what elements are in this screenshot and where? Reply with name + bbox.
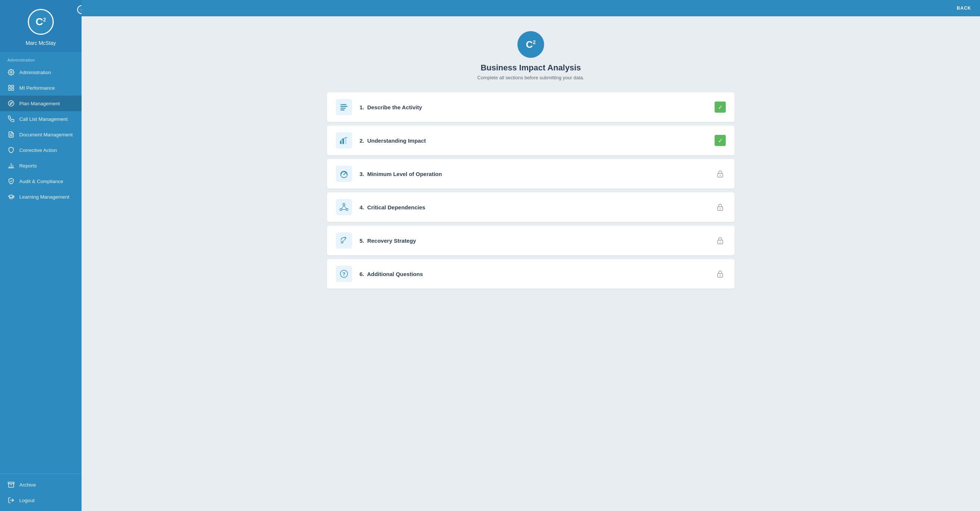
sidebar-item-audit-compliance[interactable]: Audit & Compliance [0, 173, 81, 189]
sidebar-item-plan-management-label: Plan Management [19, 101, 60, 106]
section-2-status: ✓ [714, 135, 726, 146]
sidebar-item-logout-label: Logout [19, 498, 35, 503]
sections-container: 1. Describe the Activity ✓ 2. [327, 92, 735, 289]
svg-point-5 [8, 101, 14, 106]
section-4-status [714, 202, 726, 213]
section-4-label: 4. Critical Dependencies [360, 204, 707, 211]
lock-icon [717, 203, 724, 211]
section-5-label: 5. Recovery Strategy [360, 238, 707, 244]
svg-point-0 [10, 71, 12, 73]
section-2-label: 2. Understanding Impact [360, 138, 707, 144]
svg-rect-22 [342, 139, 344, 144]
logout-icon [7, 497, 15, 504]
section-2-title: Understanding Impact [368, 138, 426, 144]
sidebar-item-mi-performance-label: MI Performance [19, 85, 55, 91]
recovery-icon [339, 236, 349, 245]
svg-line-41 [343, 240, 345, 241]
section-1-title: Describe the Activity [368, 104, 422, 110]
section-card-describe-activity[interactable]: 1. Describe the Activity ✓ [327, 92, 735, 122]
section-5-number: 5. [360, 238, 364, 244]
sidebar-bottom: Archive Logout [0, 474, 81, 511]
sidebar-item-mi-performance[interactable]: MI Performance [0, 80, 81, 95]
sidebar-item-reports-label: Reports [19, 163, 37, 168]
svg-point-34 [346, 209, 348, 211]
sidebar-item-archive-label: Archive [19, 482, 36, 488]
svg-rect-4 [8, 89, 10, 90]
sidebar-item-document-management-label: Document Management [19, 132, 73, 138]
user-name: Marc McStay [25, 40, 56, 46]
section-1-status: ✓ [714, 102, 726, 113]
svg-text:?: ? [342, 271, 345, 277]
text-icon [339, 102, 349, 112]
bar-chart-icon [7, 162, 15, 169]
sidebar-logo: C2 [28, 9, 54, 35]
section-3-label: 3. Minimum Level of Operation [360, 171, 707, 177]
sidebar-item-learning-management[interactable]: Learning Management [0, 189, 81, 205]
section-card-critical-dependencies[interactable]: 4. Critical Dependencies [327, 192, 735, 222]
section-3-title: Minimum Level of Operation [368, 171, 442, 177]
section-icon-box-4 [336, 199, 352, 215]
back-button[interactable]: BACK [957, 6, 971, 11]
document-icon [7, 131, 15, 138]
sidebar-item-logout[interactable]: Logout [0, 492, 81, 508]
section-4-number: 4. [360, 204, 364, 211]
section-6-label: 6. Additional Questions [360, 271, 707, 277]
sidebar-item-call-list-management-label: Call List Management [19, 116, 68, 122]
svg-point-47 [720, 275, 721, 276]
section-6-number: 6. [360, 271, 364, 277]
graduation-icon [7, 193, 15, 200]
shield-icon [7, 146, 15, 154]
svg-rect-20 [340, 103, 342, 106]
sidebar: C2 Marc McStay ‹ Administration Administ… [0, 0, 81, 511]
section-card-understanding-impact[interactable]: 2. Understanding Impact ✓ [327, 125, 735, 155]
section-6-title: Additional Questions [367, 271, 423, 277]
section-1-label: 1. Describe the Activity [360, 104, 707, 110]
sidebar-logo-sup: 2 [43, 17, 46, 22]
section-4-title: Critical Dependencies [368, 204, 425, 211]
header-logo: C2 [517, 31, 544, 58]
svg-marker-6 [10, 102, 12, 105]
sidebar-item-plan-management[interactable]: Plan Management [0, 95, 81, 111]
section-card-minimum-level[interactable]: 3. Minimum Level of Operation [327, 159, 735, 189]
svg-rect-13 [8, 482, 14, 484]
sidebar-item-archive[interactable]: Archive [0, 477, 81, 492]
svg-point-31 [720, 175, 721, 176]
sidebar-item-document-management[interactable]: Document Management [0, 127, 81, 142]
svg-point-40 [341, 241, 343, 243]
svg-line-35 [342, 206, 344, 209]
svg-line-36 [344, 206, 347, 209]
chart-icon [339, 136, 349, 145]
sidebar-item-corrective-action[interactable]: Corrective Action [0, 142, 81, 158]
section-icon-box-1 [336, 99, 352, 115]
section-card-additional-questions[interactable]: ? 6. Additional Questions [327, 259, 735, 289]
svg-rect-18 [340, 108, 346, 109]
lock-icon [717, 270, 724, 278]
sidebar-item-administration-label: Administration [19, 70, 51, 75]
content-area: C2 Business Impact Analysis Complete all… [81, 16, 980, 511]
section-icon-box-3 [336, 166, 352, 182]
section-1-number: 1. [360, 104, 364, 110]
svg-point-39 [720, 208, 721, 209]
section-icon-box-2 [336, 132, 352, 149]
top-bar: BACK [81, 0, 980, 16]
section-5-status [714, 235, 726, 246]
sidebar-item-learning-management-label: Learning Management [19, 194, 69, 200]
compass-icon [7, 100, 15, 107]
sidebar-item-call-list-management[interactable]: Call List Management [0, 111, 81, 127]
sidebar-item-administration[interactable]: Administration [0, 65, 81, 80]
page-subtitle: Complete all sections before submitting … [477, 75, 584, 80]
sidebar-logo-text: C2 [36, 17, 46, 27]
svg-point-43 [720, 241, 721, 243]
main-content: BACK C2 Business Impact Analysis Complet… [81, 0, 980, 511]
svg-rect-19 [340, 110, 344, 110]
sidebar-item-reports[interactable]: Reports [0, 158, 81, 173]
page-title: Business Impact Analysis [481, 63, 581, 73]
page-header: C2 Business Impact Analysis Complete all… [477, 31, 584, 80]
svg-point-26 [343, 174, 344, 175]
section-icon-box-6: ? [336, 266, 352, 282]
sidebar-item-corrective-action-label: Corrective Action [19, 148, 57, 153]
section-3-number: 3. [360, 171, 364, 177]
section-card-recovery-strategy[interactable]: 5. Recovery Strategy [327, 226, 735, 256]
check-shield-icon [7, 178, 15, 185]
header-logo-text: C2 [526, 39, 536, 51]
